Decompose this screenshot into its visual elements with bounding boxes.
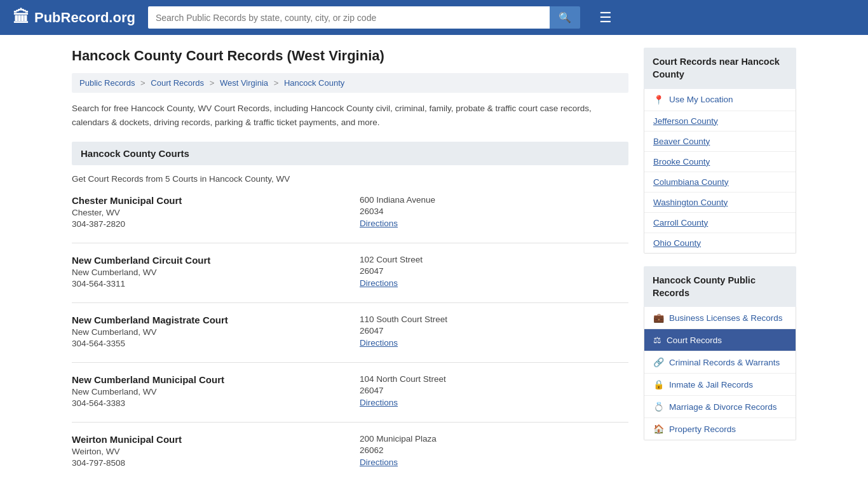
public-records-item[interactable]: 🔒 Inmate & Jail Records (644, 374, 796, 396)
nearby-county-item[interactable]: Washington County (644, 193, 796, 213)
court-directions[interactable]: Directions (360, 278, 628, 288)
court-city: New Cumberland, WV (72, 387, 341, 396)
left-column: Hancock County Court Records (West Virgi… (72, 48, 628, 482)
court-city: New Cumberland, WV (72, 327, 341, 337)
nearby-county-item[interactable]: Carroll County (644, 213, 796, 233)
court-city: New Cumberland, WV (72, 268, 341, 277)
court-street: 102 Court Street (360, 255, 628, 264)
logo-text: PubRecord.org (34, 10, 135, 26)
public-records-title: Hancock County Public Records (644, 266, 796, 308)
breadcrumb-link-west-virginia[interactable]: West Virginia (220, 78, 268, 88)
court-info: New Cumberland Magistrate Court New Cumb… (72, 315, 341, 348)
courts-section-desc: Get Court Records from 5 Courts in Hanco… (72, 174, 628, 184)
breadcrumb-sep-3: > (274, 78, 281, 88)
public-records-item[interactable]: ⚖ Court Records (644, 329, 796, 351)
court-name: New Cumberland Magistrate Court (72, 315, 341, 325)
public-records-item[interactable]: 💍 Marriage & Divorce Records (644, 396, 796, 418)
use-my-location[interactable]: 📍 Use My Location (644, 89, 796, 111)
search-button[interactable]: 🔍 (550, 6, 580, 29)
court-city: Weirton, WV (72, 447, 341, 456)
nearby-county-item[interactable]: Jefferson County (644, 111, 796, 132)
court-entry: Chester Municipal Court Chester, WV 304-… (72, 195, 628, 229)
court-phone: 304-564-3355 (72, 339, 341, 348)
court-street: 200 Municipal Plaza (360, 434, 628, 444)
menu-button[interactable]: ☰ (599, 10, 612, 26)
sidebar-item-icon: 🏠 (653, 424, 664, 434)
sidebar-item-icon: 💼 (653, 313, 664, 323)
court-street: 600 Indiana Avenue (360, 195, 628, 205)
court-info: New Cumberland Circuit Court New Cumberl… (72, 255, 341, 288)
court-zip: 26047 (360, 266, 628, 276)
main-content: Hancock County Court Records (West Virgi… (59, 35, 809, 488)
breadcrumb-sep-1: > (140, 78, 147, 88)
search-input[interactable] (148, 6, 550, 29)
court-info: Chester Municipal Court Chester, WV 304-… (72, 195, 341, 229)
directions-link[interactable]: Directions (360, 398, 398, 407)
court-entry: New Cumberland Magistrate Court New Cumb… (72, 315, 628, 348)
court-street: 104 North Court Street (360, 374, 628, 384)
nearby-county-item[interactable]: Brooke County (644, 152, 796, 172)
court-phone: 304-797-8508 (72, 458, 341, 468)
court-street: 110 South Court Street (360, 315, 628, 324)
sidebar-item-label: Business Licenses & Records (669, 313, 783, 323)
breadcrumb-link-public-records[interactable]: Public Records (79, 78, 135, 88)
court-city: Chester, WV (72, 208, 341, 217)
sidebar-item-label: Court Records (667, 336, 722, 345)
court-directions[interactable]: Directions (360, 457, 628, 467)
court-address: 102 Court Street 26047 Directions (360, 255, 628, 288)
directions-link[interactable]: Directions (360, 219, 398, 228)
court-info: New Cumberland Municipal Court New Cumbe… (72, 374, 341, 408)
nearby-counties-list: Jefferson CountyBeaver CountyBrooke Coun… (644, 111, 796, 253)
court-phone: 304-564-3311 (72, 279, 341, 288)
court-address: 104 North Court Street 26047 Directions (360, 374, 628, 408)
public-records-section: Hancock County Public Records 💼 Business… (644, 266, 796, 441)
public-records-item[interactable]: 🔗 Criminal Records & Warrants (644, 351, 796, 374)
court-directions[interactable]: Directions (360, 218, 628, 228)
court-directions[interactable]: Directions (360, 337, 628, 348)
sidebar-item-label: Criminal Records & Warrants (669, 358, 780, 367)
court-name: New Cumberland Circuit Court (72, 255, 341, 266)
court-divider (72, 302, 628, 303)
court-address: 110 South Court Street 26047 Directions (360, 315, 628, 348)
court-name: Chester Municipal Court (72, 195, 341, 206)
nearby-county-item[interactable]: Ohio County (644, 233, 796, 253)
nearby-list: 📍 Use My Location Jefferson CountyBeaver… (644, 89, 796, 254)
breadcrumb-link-court-records[interactable]: Court Records (151, 78, 204, 88)
use-my-location-label: Use My Location (669, 95, 733, 104)
court-entry: Weirton Municipal Court Weirton, WV 304-… (72, 434, 628, 468)
courts-list: Chester Municipal Court Chester, WV 304-… (72, 195, 628, 468)
nearby-county-item[interactable]: Beaver County (644, 132, 796, 152)
court-directions[interactable]: Directions (360, 397, 628, 407)
nearby-county-item[interactable]: Columbiana County (644, 172, 796, 193)
logo-icon: 🏛 (13, 8, 29, 27)
court-zip: 26047 (360, 386, 628, 395)
court-zip: 26034 (360, 207, 628, 216)
public-records-item[interactable]: 💼 Business Licenses & Records (644, 307, 796, 329)
court-zip: 26062 (360, 445, 628, 455)
court-address: 600 Indiana Avenue 26034 Directions (360, 195, 628, 229)
page-title: Hancock County Court Records (West Virgi… (72, 48, 628, 64)
court-phone: 304-387-2820 (72, 219, 341, 229)
court-name: Weirton Municipal Court (72, 434, 341, 445)
court-entry: New Cumberland Circuit Court New Cumberl… (72, 255, 628, 288)
right-column: Court Records near Hancock County 📍 Use … (644, 48, 796, 482)
public-records-item[interactable]: 🏠 Property Records (644, 418, 796, 440)
court-zip: 26047 (360, 326, 628, 336)
site-header: 🏛 PubRecord.org 🔍 ☰ (0, 0, 868, 35)
court-info: Weirton Municipal Court Weirton, WV 304-… (72, 434, 341, 468)
sidebar-item-icon: 💍 (653, 402, 664, 412)
sidebar-item-icon: ⚖ (653, 335, 661, 345)
sidebar-item-label: Inmate & Jail Records (669, 380, 753, 390)
public-records-list: 💼 Business Licenses & Records ⚖ Court Re… (644, 307, 796, 440)
courts-section-header: Hancock County Courts (72, 142, 628, 165)
breadcrumb: Public Records > Court Records > West Vi… (72, 73, 628, 93)
location-pin-icon: 📍 (653, 95, 664, 105)
directions-link[interactable]: Directions (360, 338, 398, 348)
court-phone: 304-564-3383 (72, 398, 341, 408)
sidebar-item-icon: 🔒 (653, 379, 664, 390)
directions-link[interactable]: Directions (360, 278, 398, 288)
breadcrumb-link-hancock-county[interactable]: Hancock County (284, 78, 344, 88)
sidebar-item-label: Marriage & Divorce Records (669, 402, 777, 412)
directions-link[interactable]: Directions (360, 458, 398, 467)
site-logo[interactable]: 🏛 PubRecord.org (13, 8, 135, 27)
